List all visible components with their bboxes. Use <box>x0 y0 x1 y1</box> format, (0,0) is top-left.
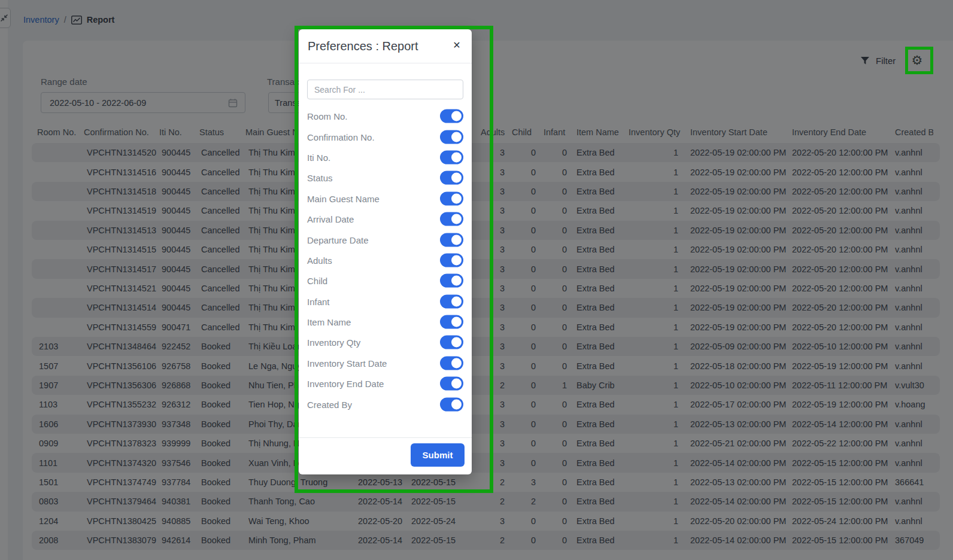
toggle-label: Departure Date <box>307 235 369 245</box>
toggle-knob <box>451 276 462 286</box>
toggle-row: Room No. <box>307 106 463 126</box>
toggle-switch[interactable] <box>440 397 463 411</box>
toggle-row: Infant <box>307 291 463 312</box>
toggle-switch[interactable] <box>440 294 463 308</box>
modal-title: Preferences : Report <box>308 29 418 63</box>
toggle-knob <box>451 399 462 409</box>
toggle-row: Inventory Start Date <box>307 353 463 373</box>
toggle-switch[interactable] <box>440 171 463 185</box>
toggle-switch[interactable] <box>440 150 463 164</box>
toggle-label: Inventory End Date <box>307 379 384 389</box>
toggle-row: Created By <box>307 394 463 414</box>
toggle-row: Departure Date <box>307 229 463 249</box>
toggle-knob <box>451 337 462 348</box>
toggle-row: Confirmation No. <box>307 126 463 147</box>
toggle-row: Arrival Date <box>307 209 463 229</box>
toggle-knob <box>451 235 462 245</box>
toggle-switch[interactable] <box>440 253 463 267</box>
toggle-knob <box>451 193 462 203</box>
toggle-label: Inventory Start Date <box>307 358 387 368</box>
toggle-knob <box>451 214 462 224</box>
toggle-switch[interactable] <box>440 130 463 144</box>
toggle-switch[interactable] <box>440 356 463 370</box>
toggle-switch[interactable] <box>440 212 463 226</box>
toggle-knob <box>451 152 462 162</box>
toggle-row: Adults <box>307 250 463 270</box>
preferences-modal: Preferences : Report ✕ Room No.Confirmat… <box>299 29 472 474</box>
toggle-row: Item Name <box>307 312 463 332</box>
toggle-label: Room No. <box>307 111 348 121</box>
toggle-knob <box>451 358 462 368</box>
modal-footer: Submit <box>299 437 472 475</box>
toggle-knob <box>451 317 462 327</box>
toggle-knob <box>451 173 462 183</box>
toggle-label: Confirmation No. <box>307 132 375 142</box>
toggle-label: Inventory Qty <box>307 337 360 348</box>
toggle-knob <box>451 379 462 389</box>
toggle-switch[interactable] <box>440 191 463 205</box>
search-input[interactable] <box>307 80 463 99</box>
modal-backdrop[interactable] <box>0 0 953 560</box>
toggle-knob <box>451 132 462 142</box>
toggle-label: Infant <box>307 296 330 306</box>
toggle-label: Iti No. <box>307 152 330 162</box>
toggle-row: Inventory Qty <box>307 332 463 352</box>
toggle-knob <box>451 111 462 121</box>
toggle-row: Inventory End Date <box>307 373 463 394</box>
toggle-list: Room No.Confirmation No.Iti No.StatusMai… <box>307 106 463 415</box>
submit-button[interactable]: Submit <box>411 443 465 467</box>
toggle-label: Created By <box>307 399 352 409</box>
toggle-switch[interactable] <box>440 274 463 288</box>
close-icon[interactable]: ✕ <box>451 39 463 51</box>
toggle-row: Child <box>307 270 463 291</box>
toggle-switch[interactable] <box>440 377 463 391</box>
toggle-label: Status <box>307 173 333 183</box>
toggle-switch[interactable] <box>440 315 463 329</box>
toggle-row: Main Guest Name <box>307 188 463 209</box>
toggle-switch[interactable] <box>440 336 463 349</box>
toggle-switch[interactable] <box>440 233 463 246</box>
toggle-switch[interactable] <box>440 109 463 123</box>
modal-header: Preferences : Report ✕ <box>299 29 472 63</box>
toggle-label: Child <box>307 276 327 286</box>
toggle-label: Arrival Date <box>307 214 354 224</box>
toggle-label: Item Name <box>307 317 351 327</box>
toggle-knob <box>451 296 462 306</box>
toggle-knob <box>451 255 462 265</box>
toggle-row: Iti No. <box>307 147 463 168</box>
toggle-label: Main Guest Name <box>307 193 380 203</box>
toggle-label: Adults <box>307 255 332 265</box>
toggle-row: Status <box>307 168 463 188</box>
